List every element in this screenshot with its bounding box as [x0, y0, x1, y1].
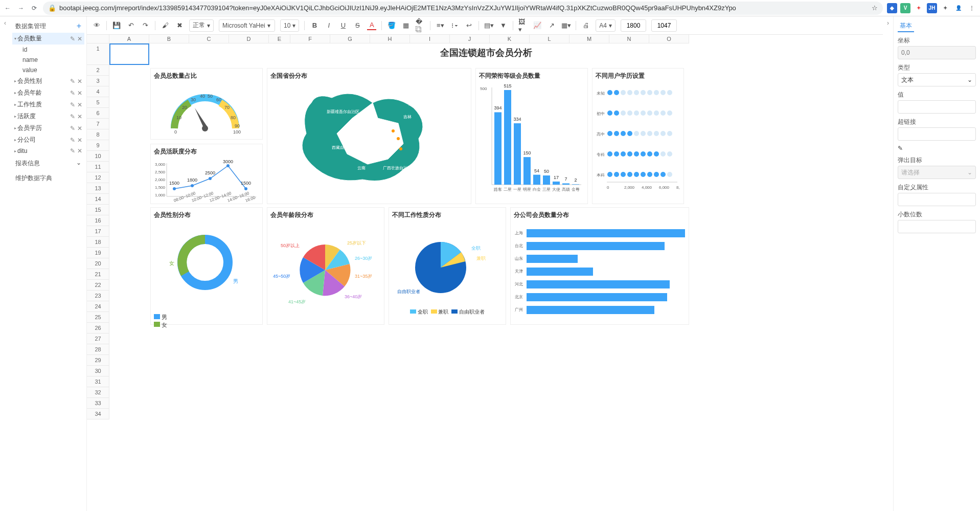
- preview-icon[interactable]: 👁: [92, 21, 101, 30]
- column-header[interactable]: M: [569, 35, 609, 43]
- row-header[interactable]: 8: [87, 129, 109, 140]
- column-header[interactable]: G: [330, 35, 370, 43]
- dataset-field[interactable]: id: [12, 45, 84, 55]
- row-header[interactable]: 25: [87, 312, 109, 323]
- report-info[interactable]: 报表信息: [15, 159, 40, 168]
- undo-icon[interactable]: ↶: [126, 21, 135, 30]
- row-header[interactable]: 19: [87, 248, 109, 258]
- redo-icon[interactable]: ↷: [141, 21, 150, 30]
- edit-icon[interactable]: ✎: [70, 78, 75, 85]
- close-icon[interactable]: ✕: [77, 113, 82, 120]
- collapse-left-icon[interactable]: ‹: [0, 16, 10, 511]
- close-icon[interactable]: ✕: [77, 90, 82, 97]
- ext-icon[interactable]: ✦: [914, 3, 924, 13]
- column-header[interactable]: J: [450, 35, 490, 43]
- row-header[interactable]: 18: [87, 237, 109, 248]
- chart-icon[interactable]: 📈: [533, 21, 542, 30]
- font-select[interactable]: Microsoft YaHei ▾: [219, 19, 275, 32]
- row-header[interactable]: 10: [87, 151, 109, 162]
- row-header[interactable]: 2: [87, 65, 109, 76]
- column-header[interactable]: K: [490, 35, 530, 43]
- edit-icon[interactable]: ✎: [70, 101, 75, 108]
- dataset-item[interactable]: ▸ 会员年龄✎✕: [12, 87, 84, 99]
- row-header[interactable]: 14: [87, 194, 109, 205]
- brush-icon[interactable]: 🖌: [161, 21, 170, 30]
- align-v-icon[interactable]: ⫶▾: [450, 21, 459, 30]
- row-header[interactable]: 1: [87, 43, 109, 65]
- column-header[interactable]: L: [530, 35, 569, 43]
- close-icon[interactable]: ✕: [77, 35, 82, 42]
- row-header[interactable]: 29: [87, 355, 109, 366]
- close-icon[interactable]: ✕: [77, 101, 82, 108]
- row-header[interactable]: 32: [87, 387, 109, 398]
- column-header[interactable]: E: [269, 35, 290, 43]
- row-header[interactable]: 17: [87, 226, 109, 237]
- wrap-icon[interactable]: ↩: [464, 21, 473, 30]
- decimal-input[interactable]: [898, 220, 976, 233]
- edit-icon[interactable]: ✎: [70, 35, 75, 42]
- clear-format-icon[interactable]: ✖: [175, 21, 184, 30]
- freeze-icon[interactable]: ▤▾: [484, 21, 493, 30]
- ext-puzzle-icon[interactable]: ✦: [940, 3, 950, 13]
- close-icon[interactable]: ✕: [77, 147, 82, 154]
- close-icon[interactable]: ✕: [77, 125, 82, 132]
- dataset-item[interactable]: ▸ 分公司✎✕: [12, 134, 84, 146]
- forward-icon[interactable]: →: [16, 4, 26, 13]
- popup-select[interactable]: 请选择⌄: [898, 166, 976, 179]
- underline-icon[interactable]: U: [338, 21, 348, 30]
- edit-icon[interactable]: ✎: [70, 90, 75, 97]
- column-header[interactable]: A: [109, 35, 149, 43]
- column-header[interactable]: O: [649, 35, 689, 43]
- row-header[interactable]: 31: [87, 376, 109, 387]
- row-header[interactable]: 16: [87, 215, 109, 226]
- dataset-item[interactable]: ▸ 活跃度✎✕: [12, 110, 84, 122]
- column-header[interactable]: D: [229, 35, 269, 43]
- ext-icon[interactable]: JH: [927, 3, 937, 13]
- row-header[interactable]: 6: [87, 108, 109, 119]
- column-header[interactable]: B: [149, 35, 189, 43]
- dataset-item[interactable]: ▾ 会员数量✎✕: [12, 33, 84, 45]
- spreadsheet-canvas[interactable]: 全国连锁超市会员分析 会员总数量占比 0: [109, 43, 883, 511]
- collapse-right-icon[interactable]: ›: [883, 16, 893, 511]
- back-icon[interactable]: ←: [3, 4, 12, 13]
- dataset-item[interactable]: ▸ 会员性别✎✕: [12, 75, 84, 87]
- menu-icon[interactable]: ⋮: [967, 3, 977, 13]
- column-header[interactable]: F: [290, 35, 330, 43]
- merge-icon[interactable]: �⿻: [416, 21, 425, 30]
- coord-input[interactable]: [898, 46, 976, 59]
- row-header[interactable]: 15: [87, 205, 109, 215]
- column-header[interactable]: I: [410, 35, 450, 43]
- value-input[interactable]: [898, 100, 976, 114]
- edit-icon[interactable]: ✎: [70, 125, 75, 132]
- star-icon[interactable]: ☆: [872, 4, 878, 12]
- font-size-select[interactable]: 10 ▾: [280, 19, 299, 32]
- row-header[interactable]: 21: [87, 269, 109, 280]
- link-icon[interactable]: ↗: [547, 21, 556, 30]
- edit-icon[interactable]: ✎: [70, 137, 75, 144]
- type-select[interactable]: 文本⌄: [898, 73, 976, 86]
- row-header[interactable]: 4: [87, 86, 109, 97]
- save-icon[interactable]: 💾: [112, 21, 121, 30]
- row-header[interactable]: 13: [87, 183, 109, 194]
- border-icon[interactable]: ▦: [401, 21, 411, 30]
- image-icon[interactable]: 🖼▾: [518, 21, 528, 30]
- ext-icon[interactable]: ◆: [887, 3, 897, 13]
- row-header[interactable]: 22: [87, 280, 109, 291]
- row-header[interactable]: 24: [87, 301, 109, 312]
- edit-icon[interactable]: ✎: [70, 147, 75, 154]
- row-header[interactable]: 23: [87, 291, 109, 301]
- row-header[interactable]: 11: [87, 162, 109, 172]
- row-header[interactable]: 28: [87, 344, 109, 355]
- filter-icon[interactable]: ▼: [498, 21, 508, 30]
- edit-icon[interactable]: ✎: [70, 113, 75, 120]
- row-header[interactable]: 26: [87, 323, 109, 334]
- dataset-item[interactable]: ▸ ditu✎✕: [12, 146, 84, 156]
- row-header[interactable]: 34: [87, 409, 109, 419]
- custom-input[interactable]: [898, 193, 976, 206]
- row-header[interactable]: 7: [87, 119, 109, 129]
- reload-icon[interactable]: ⟳: [30, 4, 39, 13]
- row-header[interactable]: 3: [87, 76, 109, 86]
- dataset-field[interactable]: value: [12, 65, 84, 75]
- qr-icon[interactable]: ▦▾: [561, 21, 571, 30]
- row-header[interactable]: 9: [87, 140, 109, 151]
